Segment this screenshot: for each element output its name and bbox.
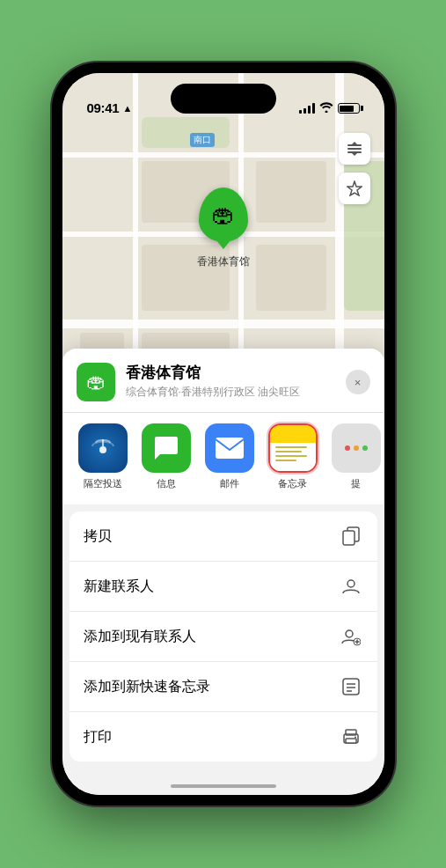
svg-marker-3 [351, 142, 358, 145]
close-button[interactable]: × [346, 370, 370, 394]
map-label-box: 南口 [190, 133, 215, 147]
venue-title: 香港体育馆 [126, 364, 335, 382]
messages-icon [142, 423, 191, 473]
svg-point-9 [347, 580, 355, 587]
marker-stadium-icon: 🏟 [212, 202, 235, 229]
map-controls[interactable] [339, 133, 370, 204]
add-existing-label: 添加到现有联系人 [84, 628, 196, 646]
phone-frame: 09:41 ▲ [52, 63, 395, 805]
action-add-existing-contact[interactable]: 添加到现有联系人 [69, 612, 377, 662]
mail-label: 邮件 [220, 477, 239, 490]
bottom-sheet: 🏟 香港体育馆 综合体育馆·香港特别行政区 油尖旺区 × [62, 349, 384, 795]
quick-note-icon [339, 674, 363, 699]
copy-icon [339, 524, 363, 548]
venue-info: 香港体育馆 综合体育馆·香港特别行政区 油尖旺区 [126, 364, 335, 399]
messages-label: 信息 [157, 477, 176, 490]
app-item-messages[interactable]: 信息 [140, 423, 193, 490]
airdrop-icon [78, 423, 128, 473]
signal-icon [299, 103, 315, 114]
map-location-button[interactable] [339, 173, 370, 204]
app-item-notes[interactable]: 备忘录 [267, 423, 319, 490]
action-print[interactable]: 打印 [69, 712, 377, 761]
phone-screen: 09:41 ▲ [62, 73, 384, 795]
svg-rect-14 [343, 679, 359, 695]
app-item-airdrop[interactable]: 隔空投送 [77, 423, 129, 490]
wifi-icon [319, 101, 333, 115]
dynamic-island [171, 84, 276, 114]
app-item-mail[interactable]: 邮件 [203, 423, 256, 490]
airdrop-label: 隔空投送 [84, 477, 122, 490]
action-copy[interactable]: 拷贝 [69, 511, 377, 562]
svg-point-5 [99, 446, 106, 453]
sheet-header: 🏟 香港体育馆 综合体育馆·香港特别行政区 油尖旺区 × [62, 349, 384, 412]
more-icon [332, 423, 381, 473]
svg-point-10 [346, 630, 353, 637]
home-indicator [171, 784, 276, 788]
svg-rect-20 [346, 739, 356, 743]
svg-rect-6 [216, 438, 244, 459]
apps-row: 隔空投送 信息 [62, 412, 384, 504]
venue-subtitle: 综合体育馆·香港特别行政区 油尖旺区 [126, 385, 335, 400]
app-item-more[interactable]: 提 [330, 423, 383, 490]
navigation-icon: ▲ [122, 103, 132, 114]
svg-rect-8 [343, 531, 355, 545]
map-layer-button[interactable] [339, 133, 370, 165]
copy-label: 拷贝 [84, 527, 112, 546]
mail-icon [205, 423, 254, 473]
svg-point-21 [355, 737, 356, 739]
status-icons [299, 101, 360, 115]
battery-icon [338, 103, 360, 114]
new-contact-label: 新建联系人 [84, 577, 154, 596]
new-contact-icon [339, 574, 363, 599]
more-label: 提 [351, 477, 361, 490]
map-label: 南口 [190, 133, 215, 147]
add-quick-note-label: 添加到新快速备忘录 [84, 678, 210, 696]
marker-pin: 🏟 [199, 188, 248, 242]
print-icon [339, 725, 363, 749]
action-list: 拷贝 新建联系人 [69, 511, 377, 761]
action-add-quick-note[interactable]: 添加到新快速备忘录 [69, 662, 377, 712]
status-time: 09:41 ▲ [87, 100, 132, 115]
notes-label: 备忘录 [278, 477, 307, 490]
venue-logo: 🏟 [77, 363, 115, 401]
svg-rect-1 [347, 148, 362, 150]
notes-icon [268, 423, 318, 473]
print-label: 打印 [84, 728, 112, 747]
venue-marker[interactable]: 🏟 香港体育馆 [197, 188, 250, 269]
svg-marker-4 [351, 152, 358, 156]
add-contact-icon [339, 624, 363, 649]
action-new-contact[interactable]: 新建联系人 [69, 562, 377, 612]
venue-marker-name: 香港体育馆 [197, 254, 250, 269]
